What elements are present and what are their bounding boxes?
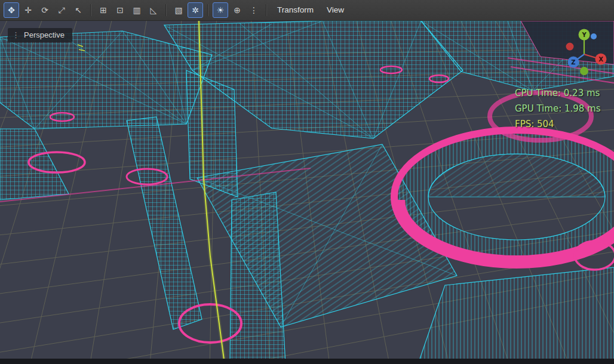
gpu-time: GPU Time: 1.98 ms [515,101,601,116]
overflow-menu-icon[interactable]: ⋮ [246,2,262,18]
transform-gizmo-icon[interactable]: ✥ [4,2,19,18]
viewport[interactable]: ⋮ Perspective CPU Time: 0.23 ms GPU Time… [0,21,614,364]
scale-tool-icon[interactable]: ⤢ [54,2,69,18]
axis-neg-x-dot[interactable] [566,43,574,51]
axis-dot-blue[interactable] [591,33,597,39]
cpu-time: CPU Time: 0.23 ms [515,85,601,101]
axis-z-label: Z [571,59,575,66]
angle-snap-icon[interactable]: ◺ [146,2,161,18]
axis-x-label: X [598,56,603,63]
bottom-panel-edge [0,359,614,364]
lighting-icon[interactable]: ☀ [213,2,228,18]
viewport-canvas[interactable] [0,21,614,364]
fps-counter: FPS: 504 [515,116,601,132]
wireframe-meshes [0,21,614,364]
camera-mode-label: Perspective [24,30,65,39]
environment-icon[interactable]: ⊕ [229,2,245,18]
toolbar: ✥ ✛ ⟳ ⤢ ↖ ⊞ ⊡ ▥ ◺ ▧ ✲ ☀ ⊕ ⋮ Transform Vi… [0,0,614,21]
shading-mode-icon[interactable]: ▧ [171,2,186,18]
orientation-gizmo[interactable]: Y X Z [557,24,612,82]
toolbar-separator [90,4,91,16]
axis-y-label: Y [581,32,587,38]
grid-snap-icon[interactable]: ⊞ [96,2,111,18]
move-tool-icon[interactable]: ✛ [20,2,36,18]
vertex-snap-icon[interactable]: ▥ [129,2,145,18]
camera-mode-button[interactable]: ⋮ Perspective [8,28,72,42]
snap-lock-icon[interactable]: ⊡ [112,2,128,18]
menu-view[interactable]: View [320,2,351,18]
toolbar-separator [207,4,208,16]
axis-neg-y-dot[interactable] [580,67,588,75]
bounds-icon[interactable]: ✲ [188,2,203,18]
select-tool-icon[interactable]: ↖ [70,2,86,18]
menu-transform[interactable]: Transform [271,2,320,18]
performance-overlay: CPU Time: 0.23 ms GPU Time: 1.98 ms FPS:… [515,85,601,132]
rotate-tool-icon[interactable]: ⟳ [37,2,53,18]
toolbar-separator [165,4,167,16]
viewport-options-icon: ⋮ [12,30,20,39]
toolbar-separator [266,4,267,16]
